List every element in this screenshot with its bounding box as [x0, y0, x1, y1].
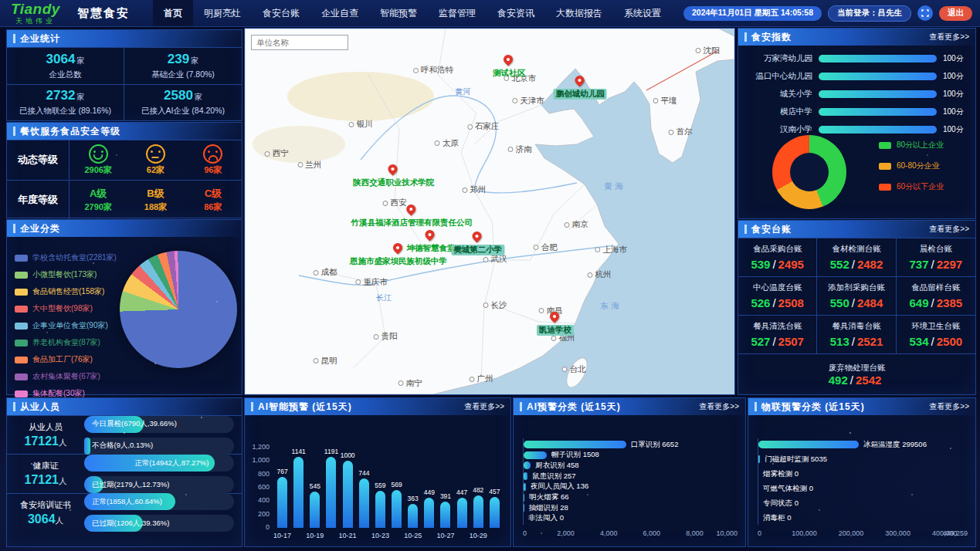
map-marker[interactable]: 竹溪县福泽酒店管理有限责任公司 [351, 205, 473, 228]
ledger-cell: 食材检测台账 552/2482 [817, 238, 896, 276]
x-axis-tick: 100,000 [792, 529, 817, 537]
nav-item[interactable]: 智能预警 [369, 0, 428, 26]
legend-swatch [879, 163, 891, 170]
bar-row: 抽烟识别 28 [524, 503, 738, 512]
panel-food-safety-index: 食安指数 查看更多>> 万家湾幼儿园 100分温口中心幼儿园 100分城关小学 … [738, 28, 976, 219]
city-label: 首尔 [669, 127, 693, 137]
panel-header: AI智能预警 (近15天) 查看更多>> [245, 398, 510, 415]
bar-row: 口罩识别 6652 [524, 440, 738, 449]
ledger-label: 食品采购台账 [753, 244, 802, 255]
city-label: 贵阳 [373, 331, 397, 342]
ai-category-bar-chart: 口罩识别 6652 帽子识别 1508 厨衣识别 458 鼠患识别 257 夜间… [514, 415, 745, 546]
map-marker[interactable]: 恩施市盛家坝民族初级中学 [350, 243, 447, 267]
map-marker[interactable]: 凯迪学校 [537, 312, 574, 336]
bar [310, 492, 320, 528]
bar [524, 451, 547, 459]
panel-safety-level: 餐饮服务食品安全等级 动态等级 2906家 62家 96家 年度等级 A级 27… [6, 122, 242, 218]
top-navigation-bar: Tiandy 天地伟业 智慧食安 首页明厨亮灶食安台账企业自查智能预警监督管理食… [0, 0, 980, 27]
ledger-cell: 食品留样台账 649/2385 [897, 276, 975, 315]
donut-legend-item: 60分以下企业 [879, 181, 944, 192]
city-label: 上海市 [595, 245, 627, 255]
progress-bar: 不合格(9人,0.13%) [84, 438, 234, 455]
progress-bar: 正常(1858人,60.64%) [84, 493, 234, 510]
donut-legend: 80分以上企业 60-80分企业 60分以下企业 [879, 140, 944, 192]
plot-area: 冰箱温湿度 299506 门磁超时监测 5035 烟雾检测 0 可燃气体检测 0… [758, 438, 968, 525]
pin-icon [392, 243, 405, 255]
city-label: 太原 [435, 138, 459, 149]
panel-title: 从业人员 [20, 401, 60, 414]
bar-column: 1000 10-21 [340, 448, 356, 528]
view-more-link[interactable]: 查看更多>> [929, 32, 969, 42]
staff-group: 从业人员 17121人 今日晨检(6790人,39.66%) 不合格(9人,0.… [7, 415, 242, 454]
nav-item[interactable]: 系统设置 [613, 0, 672, 26]
bar [343, 461, 353, 528]
logout-button[interactable]: 退出 [939, 6, 972, 21]
stat-value: 239家 [168, 52, 198, 67]
city-dot [588, 272, 593, 278]
bar-label: 口罩识别 6652 [631, 440, 679, 450]
x-axis-tick: 0 [758, 529, 761, 537]
map-marker[interactable]: 测试社区 [493, 55, 525, 79]
bar-value: 559 [375, 482, 385, 489]
china-map[interactable]: 沈阳呼和浩特北京市天津市平壤首尔银川石家庄太原济南西宁兰州郑州西安南京合肥上海市… [244, 28, 735, 395]
map-search-input[interactable] [251, 35, 348, 50]
annual-level-row: 年度等级 A级 2790家B级 188家C级 86家 [7, 180, 242, 220]
nav-item[interactable]: 大数据报告 [545, 0, 613, 26]
ledger-label: 食品留样台账 [911, 282, 960, 293]
y-axis-tick: 200 [246, 510, 270, 518]
ledger-cell: 晨检台账 737/2297 [897, 238, 975, 276]
nav-item[interactable]: 监督管理 [428, 0, 487, 26]
fullscreen-button[interactable] [917, 5, 933, 21]
bar [359, 478, 369, 528]
panel-title: 物联预警分类 (近15天) [761, 401, 865, 414]
view-more-link[interactable]: 查看更多>> [699, 401, 739, 412]
bar-column: 363 10-25 [405, 448, 421, 528]
header-accent [13, 127, 15, 136]
view-more-link[interactable]: 查看更多>> [464, 401, 504, 412]
river-label: 黄河 [455, 86, 470, 97]
city-label: 昆明 [313, 356, 337, 367]
bar-column: 449 [421, 448, 437, 528]
view-more-link[interactable]: 查看更多>> [929, 224, 969, 235]
pin-icon [425, 230, 437, 242]
ledger-cell: 餐具消毒台账 513/2521 [817, 315, 896, 353]
nav-item[interactable]: 食安资讯 [487, 0, 545, 26]
index-row: 横店中学 100分 [741, 106, 968, 117]
nav-item[interactable]: 明厨亮灶 [193, 0, 252, 26]
legend-item: 大中型餐饮(98家) [15, 303, 117, 314]
map-marker[interactable]: 陕西交通职业技术学院 [353, 164, 434, 188]
bar-value: 569 [391, 481, 402, 488]
datetime-display: 2024年11月01日 星期五 14:05:58 [683, 6, 822, 21]
nav-item[interactable]: 首页 [153, 0, 193, 26]
city-dot [534, 245, 539, 250]
view-more-link[interactable]: 查看更多>> [929, 401, 969, 412]
staff-group-value: 17121人 [7, 473, 84, 487]
bar-column: 1191 [323, 448, 339, 528]
panel-enterprise-category: 企业分类 学校含幼托食堂(2281家) 小微型餐饮(173家) 食品销售经营(1… [6, 219, 242, 395]
stat-label: 企业总数 [49, 69, 82, 80]
sad-face-icon [203, 144, 222, 164]
marker-label: 凯迪学校 [537, 325, 574, 336]
panel-header: 餐饮服务食品安全等级 [7, 123, 242, 140]
map-marker[interactable]: 樊城第二小学 [451, 232, 504, 255]
city-dot [355, 279, 361, 285]
bar-value: 744 [358, 469, 369, 477]
panel-ai-category: AI预警分类 (近15天) 查看更多>> 口罩识别 6652 帽子识别 1508… [513, 397, 746, 547]
ledger-cell: 废弃物处理台账 492/2542 [829, 363, 886, 387]
legend-label: 学校含幼托食堂(2281家) [32, 252, 117, 263]
x-axis: 0100,000200,000300,000400,000449,259 [758, 529, 968, 539]
row-label: 年度等级 [7, 181, 70, 220]
bar-label: 烟雾检测 0 [763, 469, 799, 479]
ledger-cell: 食品采购台账 539/2495 [738, 238, 817, 276]
nav-item[interactable]: 食安台账 [252, 0, 310, 26]
map-marker[interactable]: 鹏创城幼儿园 [554, 76, 607, 100]
bar [392, 490, 402, 528]
city-label: 兰州 [297, 160, 321, 171]
ledger-numbers: 513/2521 [830, 335, 883, 348]
x-axis-tick: 8,000 [686, 529, 704, 537]
bar [440, 502, 450, 528]
nav-item[interactable]: 企业自查 [310, 0, 369, 26]
city-label: 杭州 [588, 269, 612, 280]
ledger-label: 废弃物处理台账 [829, 363, 886, 374]
legend-swatch [15, 289, 28, 296]
